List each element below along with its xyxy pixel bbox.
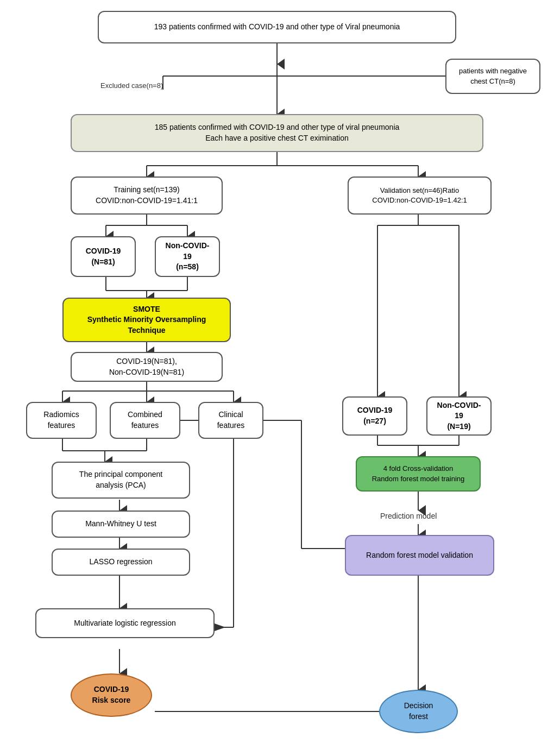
negative-ct-box: patients with negative chest CT(n=8) [445,59,540,94]
covid81-box: COVID-19 (N=81) [71,236,136,277]
decision-forest-box: Decision forest [379,690,458,733]
crossval-box: 4 fold Cross-validation Random forest mo… [356,456,481,492]
noncovid19-box: Non-COVID-19 (N=19) [426,396,492,436]
lasso-box: LASSO regression [52,549,190,576]
mannwhitney-box: Mann-Whitney U test [52,511,190,538]
prediction-label: Prediction model [380,512,437,520]
excluded-label: Excluded case(n=8) [100,81,163,90]
pca-box: The principal component analysis (PCA) [52,462,190,499]
patients-185-box: 185 patients confirmed with COVID-19 and… [71,114,483,152]
balanced-box: COVID-19(N=81), Non-COVID-19(N=81) [71,352,223,382]
noncovid58-box: Non-COVID-19 (n=58) [155,236,220,277]
flowchart: 193 patients confirmed with COVID-19 and… [0,0,554,756]
smote-box: SMOTE Synthetic Minority Oversampling Te… [62,298,231,342]
clinical-box: Clinical features [198,402,263,439]
risk-score-box: COVID-19 Risk score [71,673,152,717]
top-box: 193 patients confirmed with COVID-19 and… [98,11,456,43]
multivariate-box: Multivariate logistic regression [35,608,215,638]
training-set-box: Training set(n=139) COVID:non-COVID-19=1… [71,177,223,215]
rfvalidation-box: Random forest model validation [345,535,494,576]
validation-set-box: Validation set(n=46)Ratio COVID:non-COVI… [348,177,492,215]
combined-box: Combined features [110,402,180,439]
covid27-box: COVID-19 (n=27) [342,396,407,436]
radiomics-box: Radiomics features [26,402,97,439]
